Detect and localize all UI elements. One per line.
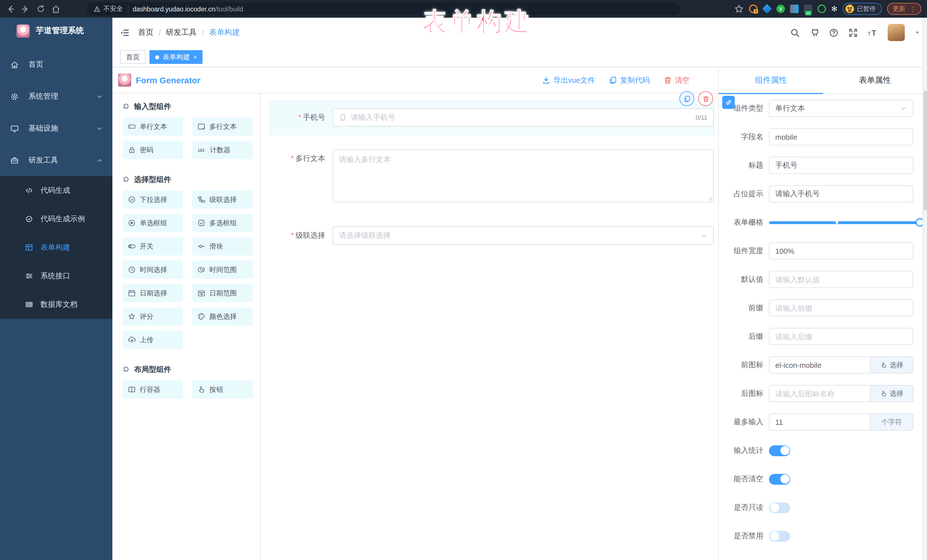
app-logo-row[interactable]: 芋道管理系统: [0, 18, 112, 44]
clearable-toggle[interactable]: [769, 473, 790, 484]
form-item-mobile[interactable]: *手机号 请输入手机号 0/11: [269, 100, 715, 136]
disabled-toggle[interactable]: [769, 531, 790, 542]
sidebar-item-infra[interactable]: 基础设施: [0, 112, 112, 144]
choose-suffix-icon-button[interactable]: 选择: [870, 385, 913, 402]
max-length-input[interactable]: [775, 418, 864, 426]
fullscreen-icon[interactable]: [848, 28, 858, 37]
sidebar-item-code-gen[interactable]: 代码生成: [0, 176, 112, 205]
scrollbar-thumb[interactable]: [924, 91, 927, 211]
component-item-color-picker[interactable]: 颜色选择: [192, 307, 253, 326]
component-item-cascader[interactable]: 级联选择: [192, 190, 253, 209]
form-grid-slider[interactable]: [769, 214, 920, 231]
chevron-down-icon[interactable]: [915, 30, 920, 35]
sidebar-item-system[interactable]: 系统管理: [0, 80, 112, 112]
sidebar-item-api[interactable]: 系统接口: [0, 262, 112, 290]
row-label: 是否禁用: [719, 531, 769, 541]
font-size-icon[interactable]: TT: [868, 28, 878, 37]
refresh-icon[interactable]: [36, 5, 45, 13]
menu-kebab-icon[interactable]: ⋮: [909, 6, 916, 12]
tab-form-props[interactable]: 表单属性: [823, 67, 927, 94]
sidebar-item-form-builder[interactable]: 表单构建: [0, 233, 112, 262]
update-button[interactable]: 更新 ⋮: [887, 3, 921, 15]
form-item-textarea[interactable]: *多行文本 请输入多行文本: [269, 149, 715, 202]
component-type-select[interactable]: 单行文本: [769, 100, 913, 117]
component-item-rate[interactable]: 评分: [123, 307, 183, 326]
link-field-button[interactable]: [722, 96, 735, 109]
github-icon[interactable]: [810, 28, 819, 37]
component-item-textarea[interactable]: 多行文本: [192, 117, 253, 136]
component-label: 单选框组: [140, 218, 167, 228]
close-icon[interactable]: ×: [193, 54, 197, 60]
sidebar: 芋道管理系统 首页 系统管理 基础设施: [0, 18, 112, 560]
delete-item-button[interactable]: [698, 91, 713, 106]
tab-component-props[interactable]: 组件属性: [719, 67, 823, 94]
placeholder-input[interactable]: [775, 190, 907, 198]
component-item-slider[interactable]: 滑块: [192, 237, 253, 255]
cascader-input[interactable]: 请选择级联选择: [333, 226, 714, 244]
sidebar-item-home[interactable]: 首页: [0, 49, 112, 80]
drawing-board[interactable]: *手机号 请输入手机号 0/11 *多行文本 请输入多行文: [261, 94, 718, 560]
breadcrumb-home[interactable]: 首页: [138, 27, 153, 38]
component-item-row-container[interactable]: 行容器: [123, 380, 183, 399]
title-input[interactable]: [775, 161, 907, 170]
breadcrumb-devtools[interactable]: 研发工具: [166, 27, 197, 38]
sidebar-item-db-doc[interactable]: 数据库文档: [0, 290, 112, 319]
component-item-time-range[interactable]: 时间范围: [192, 261, 253, 279]
window-scrollbar[interactable]: [922, 18, 927, 560]
mobile-input[interactable]: 请输入手机号 0/11: [333, 108, 714, 127]
copy-item-button[interactable]: [679, 91, 694, 106]
component-item-switch[interactable]: 开关: [123, 237, 183, 255]
component-item-radio-group[interactable]: 单选框组: [123, 214, 183, 232]
component-item-password[interactable]: 密码: [123, 141, 183, 159]
component-item-time-picker[interactable]: 时间选择: [123, 261, 183, 279]
component-item-date-picker[interactable]: 日期选择: [123, 284, 183, 302]
extension-icon-3[interactable]: V: [777, 5, 785, 13]
profile-paused-chip[interactable]: 已暂停: [843, 3, 882, 15]
component-item-upload[interactable]: 上传: [123, 331, 183, 349]
extension-icon-4[interactable]: [790, 5, 799, 13]
search-icon[interactable]: [790, 28, 800, 37]
field-name-input[interactable]: [775, 133, 907, 141]
clear-button[interactable]: 清空: [663, 75, 690, 85]
default-value-input[interactable]: [775, 275, 907, 284]
forward-icon[interactable]: [21, 4, 30, 14]
collapse-sidebar-icon[interactable]: [120, 28, 129, 37]
site-security[interactable]: 不安全: [94, 5, 123, 13]
choose-prefix-icon-button[interactable]: 选择: [870, 357, 913, 373]
copy-code-button[interactable]: 复制代码: [609, 75, 650, 85]
textarea-input[interactable]: 请输入多行文本: [333, 149, 714, 202]
component-item-select[interactable]: 下拉选择: [123, 190, 183, 209]
prefix-icon-input[interactable]: [775, 361, 864, 369]
extension-icon-5[interactable]: on: [804, 5, 812, 13]
prefix-input[interactable]: [775, 304, 907, 312]
user-avatar[interactable]: [887, 24, 905, 41]
component-item-checkbox-group[interactable]: 多选框组: [192, 214, 253, 232]
back-icon[interactable]: [6, 4, 15, 14]
help-icon[interactable]: [829, 28, 839, 37]
address-bar[interactable]: 不安全 dashboard.yudao.iocoder.cn/tool/buil…: [87, 2, 680, 15]
component-item-button[interactable]: 按钮: [192, 380, 253, 399]
export-vue-button[interactable]: 导出vue文件: [542, 75, 595, 85]
section-title: 布局型组件: [134, 364, 171, 375]
home-icon[interactable]: [51, 4, 61, 14]
extension-icon-6[interactable]: [818, 5, 826, 13]
calendar-icon: [128, 289, 136, 297]
suffix-input[interactable]: [775, 332, 907, 341]
sidebar-item-code-gen-example[interactable]: 代码生成示例: [0, 205, 112, 233]
tag-form-builder[interactable]: 表单构建 ×: [149, 50, 203, 64]
screen: 不安全 dashboard.yudao.iocoder.cn/tool/buil…: [0, 0, 927, 560]
sidebar-item-devtools[interactable]: 研发工具: [0, 144, 112, 176]
extension-icon-1[interactable]: 1: [749, 5, 758, 13]
component-item-date-range[interactable]: 日期范围: [192, 284, 253, 302]
width-input[interactable]: [775, 247, 907, 255]
component-item-single-line-text[interactable]: 单行文本: [123, 117, 183, 136]
readonly-toggle[interactable]: [769, 502, 790, 513]
form-item-cascader[interactable]: *级联选择 请选择级联选择: [269, 226, 715, 244]
extension-icon-2[interactable]: [762, 4, 772, 14]
component-item-counter[interactable]: 123 计数器: [192, 141, 253, 159]
input-statistics-toggle[interactable]: [769, 445, 790, 456]
tag-home[interactable]: 首页: [120, 50, 146, 64]
extension-icon-7[interactable]: ✻: [831, 5, 837, 13]
bookmark-star-icon[interactable]: [734, 4, 744, 14]
suffix-icon-input[interactable]: [775, 389, 864, 398]
